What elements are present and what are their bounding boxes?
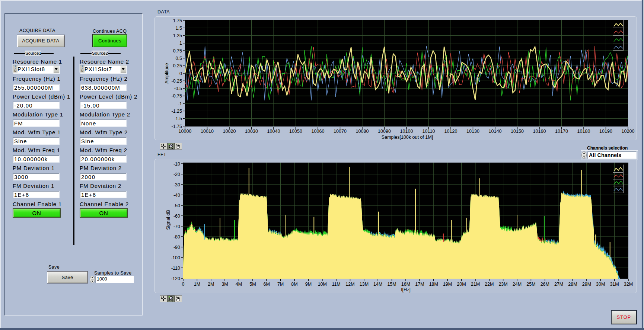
svg-text:10090: 10090	[378, 129, 391, 134]
svg-text:20M: 20M	[457, 282, 466, 287]
svg-text:14M: 14M	[373, 282, 382, 287]
svg-text:10M: 10M	[318, 282, 327, 287]
svg-text:-90: -90	[173, 245, 180, 250]
svg-text:-0.5: -0.5	[174, 86, 182, 91]
svg-text:0: 0	[179, 71, 182, 76]
svg-text:10120: 10120	[444, 129, 458, 134]
svg-text:13M: 13M	[360, 282, 369, 287]
svg-text:-1: -1	[178, 101, 182, 106]
svg-text:10060: 10060	[312, 129, 325, 134]
svg-text:1.75: 1.75	[173, 18, 182, 23]
svg-text:30M: 30M	[596, 282, 605, 287]
svg-text:26M: 26M	[541, 282, 549, 287]
svg-text:0: 0	[182, 282, 185, 287]
svg-text:-20: -20	[173, 172, 180, 177]
svg-text:1.25: 1.25	[173, 33, 182, 38]
svg-text:-50: -50	[173, 203, 180, 208]
svg-text:10150: 10150	[511, 129, 524, 134]
svg-text:24M: 24M	[513, 282, 522, 287]
svg-text:-60: -60	[173, 214, 180, 219]
svg-text:6M: 6M	[264, 282, 270, 287]
svg-text:10010: 10010	[201, 129, 214, 134]
svg-text:19M: 19M	[443, 282, 452, 287]
svg-text:10000: 10000	[179, 129, 192, 134]
svg-text:-70: -70	[173, 224, 180, 229]
svg-text:9M: 9M	[305, 282, 312, 287]
svg-text:17M: 17M	[415, 282, 424, 287]
svg-text:1: 1	[179, 41, 182, 46]
svg-text:-0.25: -0.25	[172, 79, 182, 84]
svg-text:-100: -100	[171, 255, 180, 260]
svg-text:32M: 32M	[624, 282, 633, 287]
svg-text:10050: 10050	[289, 129, 302, 134]
svg-text:23M: 23M	[498, 282, 507, 287]
svg-text:10170: 10170	[555, 129, 568, 134]
svg-text:-30: -30	[173, 182, 180, 188]
svg-text:11M: 11M	[332, 282, 340, 287]
svg-text:10020: 10020	[223, 129, 236, 134]
svg-text:Samples[100k out of 1M]: Samples[100k out of 1M]	[382, 135, 433, 140]
svg-text:8M: 8M	[291, 282, 297, 287]
svg-text:-1.5: -1.5	[174, 116, 182, 121]
svg-text:-0.75: -0.75	[172, 93, 182, 99]
svg-text:-80: -80	[173, 234, 180, 240]
svg-text:7M: 7M	[277, 282, 284, 287]
svg-text:10080: 10080	[356, 129, 369, 134]
svg-text:-1.25: -1.25	[172, 109, 182, 114]
svg-text:21M: 21M	[471, 282, 480, 287]
svg-text:10140: 10140	[489, 129, 502, 134]
svg-text:1M: 1M	[194, 282, 200, 287]
svg-text:Amplitude: Amplitude	[164, 63, 169, 84]
svg-text:29M: 29M	[582, 282, 591, 287]
svg-text:-1.75: -1.75	[172, 124, 182, 129]
svg-text:31M: 31M	[610, 282, 619, 287]
svg-text:27M: 27M	[554, 282, 563, 287]
svg-text:10160: 10160	[533, 129, 546, 134]
svg-text:28M: 28M	[568, 282, 577, 287]
svg-text:10130: 10130	[466, 129, 479, 134]
svg-text:10180: 10180	[577, 129, 590, 134]
svg-text:10110: 10110	[423, 129, 435, 134]
svg-text:10100: 10100	[400, 129, 413, 134]
svg-text:1.5: 1.5	[176, 26, 182, 31]
svg-text:0.5: 0.5	[176, 56, 182, 61]
svg-text:15M: 15M	[387, 282, 396, 287]
svg-text:10190: 10190	[599, 129, 612, 134]
svg-text:-110: -110	[171, 266, 180, 271]
svg-text:12M: 12M	[345, 282, 354, 287]
svg-text:0.75: 0.75	[173, 48, 182, 54]
svg-text:10040: 10040	[267, 129, 280, 134]
svg-text:10070: 10070	[334, 129, 347, 134]
svg-text:4M: 4M	[236, 282, 242, 287]
svg-text:3M: 3M	[221, 282, 228, 287]
svg-text:18M: 18M	[429, 282, 438, 287]
svg-text:10030: 10030	[245, 129, 258, 134]
svg-text:16M: 16M	[401, 282, 410, 287]
svg-text:25M: 25M	[526, 282, 535, 287]
svg-text:0.25: 0.25	[173, 63, 182, 68]
svg-text:Signal dB: Signal dB	[166, 210, 171, 230]
svg-text:f[Hz]: f[Hz]	[401, 287, 411, 292]
svg-text:2M: 2M	[208, 282, 214, 287]
svg-text:-120: -120	[171, 276, 180, 281]
svg-text:22M: 22M	[485, 282, 494, 287]
svg-text:-10: -10	[173, 161, 180, 167]
svg-text:5M: 5M	[249, 282, 256, 287]
svg-text:-40: -40	[173, 193, 180, 198]
svg-text:10200: 10200	[622, 129, 635, 134]
